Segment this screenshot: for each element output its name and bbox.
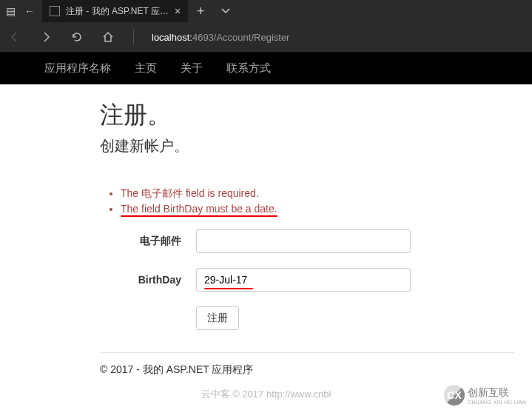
watermark-logo-icon: CX bbox=[444, 385, 465, 406]
watermark-text: 创新互联 CHUANG XIN HU LIAN bbox=[468, 386, 526, 405]
form-row-birthday: BirthDay bbox=[100, 268, 532, 292]
address-field[interactable]: localhost:4693/Account/Register bbox=[152, 32, 289, 43]
birthday-input-wrap bbox=[196, 268, 411, 292]
url-path: 4693/Account/Register bbox=[192, 32, 290, 43]
nav-home[interactable]: 主页 bbox=[135, 61, 157, 75]
page-content: 注册。 创建新帐户。 The 电子邮件 field is required. T… bbox=[0, 84, 532, 377]
page-icon bbox=[50, 6, 60, 16]
watermark-brand-cn: 创新互联 bbox=[468, 386, 526, 400]
validation-error: The field BirthDay must be a date. bbox=[121, 203, 532, 215]
home-button[interactable] bbox=[101, 30, 115, 44]
tab-dropdown-icon[interactable] bbox=[214, 5, 238, 17]
form-row-email: 电子邮件 bbox=[100, 229, 532, 253]
forward-button[interactable] bbox=[38, 30, 53, 44]
app-brand[interactable]: 应用程序名称 bbox=[44, 61, 111, 75]
page-title: 注册。 bbox=[100, 99, 532, 132]
email-label: 电子邮件 bbox=[100, 235, 196, 248]
tab-title: 注册 - 我的 ASP.NET 应… bbox=[66, 5, 169, 18]
birthday-label: BirthDay bbox=[100, 274, 196, 286]
email-field[interactable] bbox=[196, 229, 411, 253]
url-host: localhost: bbox=[152, 32, 192, 43]
validation-summary: The 电子邮件 field is required. The field Bi… bbox=[110, 187, 532, 215]
register-button[interactable]: 注册 bbox=[196, 306, 239, 330]
page-subtitle: 创建新帐户。 bbox=[100, 136, 532, 156]
back-button[interactable] bbox=[7, 30, 22, 44]
app-navbar: 应用程序名称 主页 关于 联系方式 bbox=[0, 52, 532, 84]
urlbar-separator bbox=[133, 30, 134, 44]
error-underline-annotation bbox=[204, 288, 253, 289]
watermark: CX 创新互联 CHUANG XIN HU LIAN bbox=[444, 385, 526, 406]
window-titlebar: ▤ ← 注册 - 我的 ASP.NET 应… × + bbox=[0, 0, 532, 22]
footer-divider bbox=[100, 352, 514, 353]
titlebar-left: ▤ ← bbox=[0, 5, 35, 17]
close-tab-icon[interactable]: × bbox=[175, 5, 181, 17]
new-tab-button[interactable]: + bbox=[188, 4, 214, 19]
browser-tab[interactable]: 注册 - 我的 ASP.NET 应… × bbox=[42, 0, 188, 22]
url-bar: localhost:4693/Account/Register bbox=[0, 22, 532, 52]
nav-about[interactable]: 关于 bbox=[181, 61, 203, 75]
footer-text: © 2017 - 我的 ASP.NET 应用程序 bbox=[100, 363, 532, 377]
hub-icon[interactable]: ▤ bbox=[6, 5, 16, 17]
refresh-button[interactable] bbox=[70, 30, 84, 44]
validation-error: The 电子邮件 field is required. bbox=[121, 187, 532, 201]
nav-contact[interactable]: 联系方式 bbox=[226, 61, 271, 75]
watermark-brand-en: CHUANG XIN HU LIAN bbox=[468, 400, 526, 405]
back-history-icon[interactable]: ← bbox=[24, 5, 35, 17]
